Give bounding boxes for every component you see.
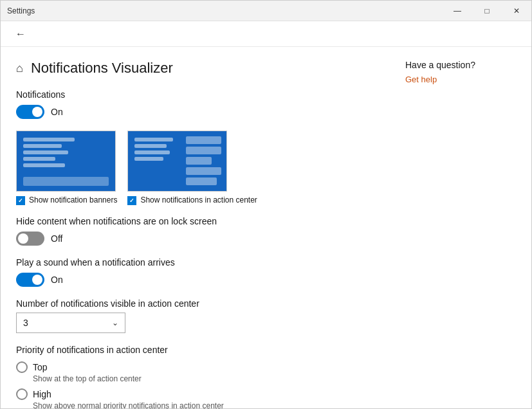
window: Settings — □ ✕ ← ⌂ Notifications Visuali… [0, 0, 532, 409]
sound-label: Play a sound when a notification arrives [16, 257, 374, 268]
notif-line [134, 150, 170, 154]
notifications-section: Notifications On [16, 89, 374, 119]
minimize-button[interactable]: — [443, 1, 472, 21]
content-area: ⌂ Notifications Visualizer Notifications… [1, 47, 531, 408]
action-center-checkbox[interactable] [127, 196, 136, 205]
lock-screen-section: Hide content when notifications are on l… [16, 216, 374, 246]
right-bar [186, 157, 212, 165]
radio-top[interactable] [16, 361, 28, 373]
title-bar-left: Settings [7, 6, 35, 15]
help-question: Have a question? [405, 60, 516, 70]
maximize-button[interactable]: □ [472, 1, 502, 21]
notif-bottom-bar [23, 177, 109, 186]
banners-checkbox[interactable] [16, 196, 25, 205]
radio-item-top: Top Show at the top of action center [16, 361, 374, 383]
notifications-count-dropdown[interactable]: 3 ⌄ [16, 313, 125, 333]
thumbnail-banners: Show notification banners [16, 131, 117, 206]
banners-checkbox-label: Show notification banners [29, 195, 117, 206]
window-title: Settings [7, 6, 35, 15]
thumbnail-banners-checkbox-row: Show notification banners [16, 195, 117, 206]
nav-bar: ← [1, 21, 531, 47]
sound-section: Play a sound when a notification arrives… [16, 257, 374, 287]
notif-line [134, 144, 167, 148]
radio-top-desc: Show at the top of action center [33, 374, 374, 383]
title-bar: Settings — □ ✕ [1, 1, 531, 21]
radio-high[interactable] [16, 388, 28, 400]
dropdown-label: Number of notifications visible in actio… [16, 298, 374, 309]
notifications-toggle-label: On [51, 107, 63, 117]
radio-top-label: Top [33, 362, 48, 372]
chevron-down-icon: ⌄ [112, 318, 118, 327]
thumbnail-action-center: Show notifications in action center [127, 131, 257, 206]
lock-screen-toggle-thumb [18, 233, 28, 244]
home-icon: ⌂ [16, 62, 23, 75]
action-center-checkbox-label: Show notifications in action center [140, 195, 257, 206]
priority-radio-group: Priority of notifications in action cent… [16, 345, 374, 408]
notif-line [23, 150, 68, 154]
notifications-toggle-thumb [32, 107, 42, 117]
radio-row-high: High [16, 388, 374, 400]
notif-line [23, 144, 62, 148]
priority-group-label: Priority of notifications in action cent… [16, 345, 374, 355]
radio-high-label: High [33, 389, 51, 399]
right-bar [186, 167, 221, 175]
thumbnail-action-center-img [127, 131, 227, 192]
lock-screen-toggle-label: Off [51, 233, 62, 244]
notif-lines-left [23, 138, 75, 167]
right-panel: Have a question? Get help [390, 47, 531, 408]
dropdown-container: Number of notifications visible in actio… [16, 298, 374, 333]
page-title: Notifications Visualizer [31, 60, 173, 77]
notif-lines-right-left [134, 138, 173, 161]
main-content: ⌂ Notifications Visualizer Notifications… [1, 47, 390, 408]
close-button[interactable]: ✕ [502, 1, 531, 21]
right-bar [186, 147, 221, 154]
notif-line [134, 138, 173, 141]
notifications-toggle-container: On [16, 105, 374, 119]
back-button[interactable]: ← [11, 24, 30, 44]
thumbnails-row: Show notification banners [16, 131, 374, 206]
radio-high-desc: Show above normal priority notifications… [33, 401, 374, 408]
notif-line [23, 163, 65, 167]
thumbnail-action-center-checkbox-row: Show notifications in action center [127, 195, 257, 206]
lock-screen-toggle[interactable] [16, 232, 44, 246]
get-help-link[interactable]: Get help [405, 75, 437, 84]
sound-toggle-thumb [32, 275, 42, 285]
notifications-toggle[interactable] [16, 105, 44, 119]
notifications-label: Notifications [16, 89, 374, 100]
right-notif-bars [186, 136, 221, 185]
notif-line [23, 138, 75, 141]
right-bar [186, 177, 217, 185]
radio-item-high: High Show above normal priority notifica… [16, 388, 374, 408]
title-bar-controls: — □ ✕ [443, 1, 531, 21]
notif-line [134, 157, 163, 161]
radio-row-top: Top [16, 361, 374, 373]
lock-screen-label: Hide content when notifications are on l… [16, 216, 374, 226]
dropdown-value: 3 [23, 318, 28, 328]
sound-toggle-label: On [51, 275, 63, 285]
sound-toggle[interactable] [16, 273, 44, 287]
page-header: ⌂ Notifications Visualizer [16, 60, 374, 77]
thumbnail-banners-img [16, 131, 116, 192]
notif-line [23, 157, 55, 161]
lock-screen-toggle-container: Off [16, 232, 374, 246]
right-bar [186, 136, 221, 144]
sound-toggle-container: On [16, 273, 374, 287]
